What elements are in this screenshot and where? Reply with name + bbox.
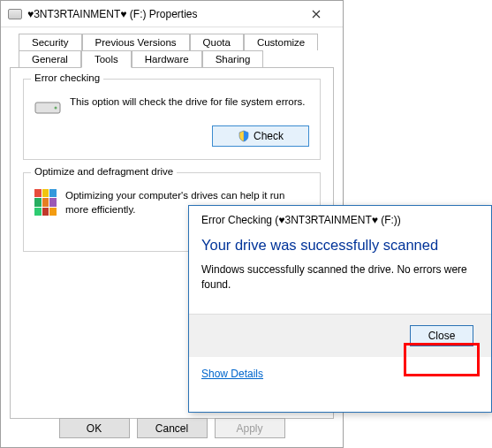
dialog-button-row: Close — [189, 315, 491, 357]
drive-check-icon — [34, 95, 61, 117]
defrag-icon — [34, 189, 57, 216]
tab-security[interactable]: Security — [19, 34, 82, 50]
dialog-title: Error Checking (♥3NT3RTAINMENT♥ (F:)) — [189, 206, 491, 228]
window-title: ♥3NT3RTAINMENT♥ (F:) Properties — [27, 8, 198, 20]
tab-customize[interactable]: Customize — [244, 34, 318, 50]
dialog-body: Windows successfully scanned the drive. … — [189, 261, 491, 292]
ok-button[interactable]: OK — [59, 418, 130, 438]
check-button-label: Check — [254, 130, 284, 142]
shield-icon — [238, 130, 250, 142]
error-checking-group: Error checking This option will check th… — [23, 79, 321, 160]
close-button[interactable]: Close — [410, 325, 473, 346]
dialog-buttons: OK Cancel Apply — [1, 418, 343, 438]
apply-button: Apply — [215, 418, 285, 438]
show-details-link[interactable]: Show Details — [189, 357, 276, 391]
tab-sharing[interactable]: Sharing — [202, 50, 264, 68]
defrag-legend: Optimize and defragment drive — [31, 166, 177, 177]
close-icon — [312, 10, 321, 19]
titlebar[interactable]: ♥3NT3RTAINMENT♥ (F:) Properties — [1, 1, 343, 27]
error-checking-legend: Error checking — [31, 72, 103, 83]
tab-previous-versions[interactable]: Previous Versions — [82, 34, 190, 50]
dialog-heading: Your drive was successfully scanned — [189, 228, 491, 261]
window-close-button[interactable] — [297, 2, 336, 27]
drive-icon — [8, 9, 22, 19]
error-checking-text: This option will check the drive for fil… — [70, 95, 306, 110]
tab-quota[interactable]: Quota — [190, 34, 244, 50]
svg-point-1 — [55, 107, 57, 110]
tab-hardware[interactable]: Hardware — [132, 50, 202, 68]
cancel-button[interactable]: Cancel — [137, 418, 208, 438]
check-button[interactable]: Check — [212, 125, 309, 147]
error-checking-dialog: Error Checking (♥3NT3RTAINMENT♥ (F:)) Yo… — [188, 205, 492, 413]
tab-tools[interactable]: Tools — [81, 50, 132, 68]
tab-general[interactable]: General — [19, 50, 81, 68]
